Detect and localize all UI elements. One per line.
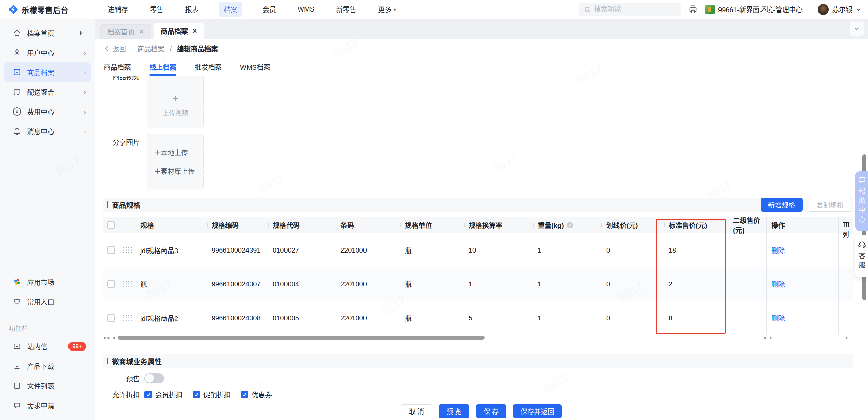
help-center-float-button[interactable]: 帮助中心 bbox=[855, 171, 868, 231]
cell-weight[interactable]: 1 bbox=[533, 233, 601, 267]
select-all-checkbox[interactable] bbox=[107, 221, 115, 229]
cell-action: 删除 bbox=[766, 233, 838, 267]
cell-spec[interactable]: jdl规格商品2 bbox=[136, 301, 207, 335]
copy-spec-button[interactable]: 复制规格 bbox=[809, 198, 851, 212]
sidebar-item-app-market[interactable]: 应用市场 bbox=[4, 272, 91, 292]
cell-rate[interactable]: 5 bbox=[464, 301, 533, 335]
save-button[interactable]: 保 存 bbox=[476, 404, 507, 418]
add-spec-button[interactable]: 新增规格 bbox=[761, 198, 803, 212]
cell-line-price[interactable]: 0 bbox=[601, 233, 664, 267]
cell-barcode[interactable]: 2201000 bbox=[336, 267, 400, 301]
hscroll-end-arrow[interactable]: ▸ bbox=[846, 335, 848, 341]
cell-spec-id[interactable]: 0100004 bbox=[268, 267, 336, 301]
cell-second-price[interactable] bbox=[728, 233, 766, 267]
nav-item-archive[interactable]: 档案 bbox=[219, 2, 242, 17]
back-button[interactable]: 返回 bbox=[104, 44, 126, 54]
cell-std-price[interactable]: 2 bbox=[664, 267, 728, 301]
cell-line-price[interactable]: 0 bbox=[601, 301, 664, 335]
nav-item-report[interactable]: 报表 bbox=[184, 2, 200, 17]
presale-toggle[interactable] bbox=[144, 373, 164, 383]
cell-second-price[interactable] bbox=[728, 267, 766, 301]
sidebar-item-product-archive[interactable]: 商品档案 › bbox=[4, 62, 91, 82]
collapse-sidebar-icon[interactable] bbox=[79, 29, 86, 37]
subtab-wms-archive[interactable]: WMS档案 bbox=[240, 58, 270, 76]
cell-rate[interactable]: 10 bbox=[464, 233, 533, 267]
save-and-return-button[interactable]: 保存并返回 bbox=[513, 404, 562, 418]
delete-row-link[interactable]: 删除 bbox=[771, 279, 785, 289]
customer-service-float-button[interactable]: 客服 bbox=[855, 235, 868, 277]
sidebar-item-archive-home[interactable]: 档案首页 bbox=[4, 23, 91, 43]
cell-std-price[interactable]: 18 bbox=[664, 233, 728, 267]
sidebar-item-inbox[interactable]: 站内信 99+ bbox=[4, 337, 91, 356]
sidebar-item-delivery[interactable]: 配送聚合 › bbox=[4, 82, 91, 102]
sidebar-item-product-download[interactable]: 产品下载 bbox=[4, 356, 91, 376]
tabbar-collapse-button[interactable] bbox=[850, 22, 864, 36]
cell-spec-id[interactable]: 0100027 bbox=[268, 233, 336, 267]
upload-video-dropzone[interactable]: + 上传视频 bbox=[147, 76, 204, 128]
cell-unit[interactable]: 瓶 bbox=[400, 233, 464, 267]
global-search[interactable] bbox=[579, 3, 681, 16]
nav-item-retail[interactable]: 零售 bbox=[149, 2, 165, 17]
subtab-online-archive[interactable]: 线上档案 bbox=[149, 58, 176, 76]
sidebar-item-request[interactable]: 需求申请 bbox=[4, 396, 91, 415]
nav-item-wms[interactable]: WMS bbox=[296, 3, 316, 16]
sidebar-item-favorites[interactable]: 常用入口 bbox=[4, 292, 91, 312]
printer-icon[interactable] bbox=[688, 5, 698, 14]
nav-item-purchase[interactable]: 进销存 bbox=[106, 2, 130, 17]
chevron-down-icon bbox=[853, 25, 860, 32]
cell-weight[interactable]: 1 bbox=[533, 267, 601, 301]
material-upload-button[interactable]: ＋素材库上传 bbox=[154, 166, 203, 176]
cell-spec[interactable]: jdl规格商品3 bbox=[136, 233, 207, 267]
checkbox-coupon[interactable]: 优惠券 bbox=[241, 389, 272, 399]
checkbox-member-discount[interactable]: 会员折扣 bbox=[144, 389, 182, 399]
hscroll-thumb[interactable] bbox=[118, 336, 485, 340]
cell-unit[interactable]: 瓶 bbox=[400, 267, 464, 301]
close-icon[interactable]: ✕ bbox=[192, 27, 197, 35]
hscroll-fixed-arrows[interactable]: ▸ ◂ bbox=[764, 335, 771, 341]
workspace-tab-archive-home[interactable]: 档案首页 ✕ bbox=[100, 24, 151, 39]
help-icon[interactable]: ? bbox=[567, 222, 573, 228]
sidebar-item-file-list[interactable]: 文件列表 bbox=[4, 376, 91, 396]
sidebar-item-message-center[interactable]: 消息中心 › bbox=[4, 121, 91, 141]
subtab-product-archive[interactable]: 商品档案 bbox=[104, 58, 131, 76]
preview-button[interactable]: 预 览 bbox=[439, 404, 469, 418]
cell-spec-code[interactable]: 9966100024391 bbox=[207, 233, 268, 267]
drag-handle[interactable] bbox=[123, 315, 132, 321]
drag-handle[interactable] bbox=[123, 247, 132, 253]
cell-spec-code[interactable]: 9966100024308 bbox=[207, 301, 268, 335]
cell-line-price[interactable]: 0 bbox=[601, 267, 664, 301]
delete-row-link[interactable]: 删除 bbox=[771, 313, 785, 323]
nav-item-more[interactable]: 更多 ▾ bbox=[377, 2, 397, 17]
subtab-wholesale-archive[interactable]: 批发档案 bbox=[195, 58, 222, 76]
drag-handle[interactable] bbox=[123, 281, 132, 287]
row-checkbox[interactable] bbox=[107, 314, 115, 322]
close-icon[interactable]: ✕ bbox=[139, 28, 144, 36]
checkbox-promo-discount[interactable]: 促销折扣 bbox=[193, 389, 231, 399]
account-menu[interactable]: 苏尔银 bbox=[818, 4, 861, 15]
share-image-dropzone: ＋本地上传 ＋素材库上传 bbox=[147, 134, 204, 189]
nav-item-member[interactable]: 会员 bbox=[261, 2, 277, 17]
sidebar-item-fee-center[interactable]: ¥ 费用中心 › bbox=[4, 102, 91, 121]
cell-unit[interactable]: 瓶 bbox=[400, 301, 464, 335]
tenant-switcher[interactable]: 99661-新界面环境-管理中心 bbox=[705, 4, 803, 14]
hscroll-left-arrows[interactable]: ◂ ▸ ◂ bbox=[103, 335, 115, 341]
cell-barcode[interactable]: 2201000 bbox=[336, 233, 400, 267]
sidebar-item-user-center[interactable]: 用户中心 › bbox=[4, 43, 91, 62]
local-upload-button[interactable]: ＋本地上传 bbox=[154, 147, 203, 157]
nav-item-new-retail[interactable]: 新零售 bbox=[335, 2, 358, 17]
row-checkbox[interactable] bbox=[107, 280, 115, 288]
cell-spec-code[interactable]: 9966100024307 bbox=[207, 267, 268, 301]
cell-rate[interactable]: 1 bbox=[464, 267, 533, 301]
cell-weight[interactable]: 1 bbox=[533, 301, 601, 335]
search-input[interactable] bbox=[594, 5, 669, 13]
cell-barcode[interactable]: 2201000 bbox=[336, 301, 400, 335]
breadcrumb-parent[interactable]: 商品档案 bbox=[137, 44, 164, 54]
cell-second-price[interactable] bbox=[728, 301, 766, 335]
cell-std-price[interactable]: 8 bbox=[664, 301, 728, 335]
workspace-tab-product-archive[interactable]: 商品档案 ✕ bbox=[154, 23, 204, 39]
cell-spec-id[interactable]: 0100005 bbox=[268, 301, 336, 335]
cancel-button[interactable]: 取 消 bbox=[401, 404, 432, 418]
row-checkbox[interactable] bbox=[107, 246, 115, 254]
cell-spec[interactable]: 瓶 bbox=[136, 267, 207, 301]
delete-row-link[interactable]: 删除 bbox=[771, 245, 785, 255]
